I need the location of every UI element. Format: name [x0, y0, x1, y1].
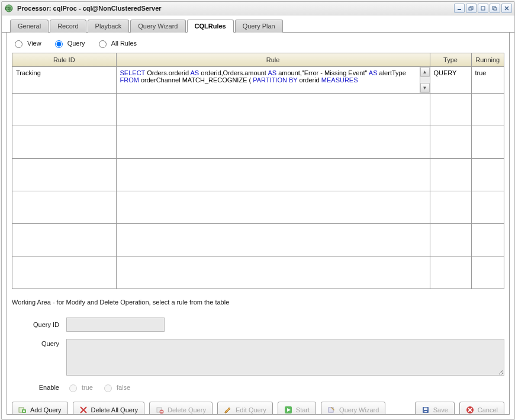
tab-general[interactable]: General: [10, 20, 49, 33]
table-row[interactable]: [12, 224, 504, 257]
rules-table: Rule ID Rule Type Running TrackingSELECT…: [12, 53, 504, 288]
filter-view[interactable]: View: [12, 39, 41, 48]
delete-query-button[interactable]: Delete Query: [149, 402, 213, 415]
working-area-hint: Working Area - for Modify and Delete Ope…: [12, 299, 504, 306]
empty-cell: [12, 224, 116, 257]
filter-all-rules-radio[interactable]: [99, 40, 107, 48]
scroll-up-icon[interactable]: ▲: [420, 67, 430, 77]
edit-icon: [224, 406, 232, 414]
empty-cell: [430, 126, 471, 159]
tab-strip: General Record Playback Query Wizard CQL…: [2, 15, 514, 33]
empty-cell: [471, 126, 504, 159]
cancel-icon: [466, 406, 474, 414]
rule-cell-scrollbar[interactable]: ▲▼: [420, 67, 430, 93]
query-textarea[interactable]: [66, 339, 504, 376]
filter-query[interactable]: Query: [52, 39, 85, 48]
edit-query-button[interactable]: Edit Query: [217, 402, 273, 415]
filter-all-rules-label: All Rules: [111, 40, 137, 47]
svg-rect-18: [160, 411, 163, 412]
empty-cell: [12, 159, 116, 191]
start-button[interactable]: Start: [278, 402, 316, 415]
svg-rect-5: [481, 7, 485, 10]
table-row[interactable]: [12, 257, 504, 289]
empty-cell: [12, 126, 116, 159]
enable-false-label: false: [117, 384, 130, 391]
cell-running: true: [471, 67, 504, 94]
working-area: Working Area - for Modify and Delete Ope…: [7, 289, 509, 399]
enable-radio-group: true false: [66, 383, 130, 392]
restore-button[interactable]: [490, 4, 500, 13]
scroll-down-icon[interactable]: ▼: [420, 83, 430, 93]
enable-true-label: true: [82, 384, 93, 391]
col-rule[interactable]: Rule: [116, 53, 430, 67]
svg-rect-4: [469, 8, 472, 10]
enable-true-radio[interactable]: [69, 384, 77, 392]
tab-content: View Query All Rules Rule ID Rule Type: [7, 33, 510, 415]
empty-cell: [471, 224, 504, 257]
empty-cell: [430, 159, 471, 191]
close-button[interactable]: [501, 4, 512, 13]
query-label: Query: [12, 339, 66, 347]
enable-true[interactable]: true: [66, 383, 93, 392]
cell-rule: SELECT Orders.orderid AS orderid,Orders.…: [116, 67, 430, 94]
action-toolbar: Add Query Delete All Query Delete Query …: [7, 399, 509, 415]
restore-down-button[interactable]: [466, 4, 477, 13]
cell-rule-id: Tracking: [12, 67, 116, 94]
query-wizard-label: Query Wizard: [339, 406, 379, 413]
svg-rect-2: [458, 9, 461, 10]
delete-all-query-button[interactable]: Delete All Query: [73, 402, 144, 415]
table-row[interactable]: [12, 126, 504, 159]
filter-query-radio[interactable]: [55, 40, 63, 48]
tab-query-wizard[interactable]: Query Wizard: [130, 20, 185, 33]
start-icon: [284, 406, 292, 414]
table-row[interactable]: [12, 159, 504, 191]
col-rule-id[interactable]: Rule ID: [12, 53, 116, 67]
table-row[interactable]: [12, 94, 504, 126]
empty-cell: [471, 257, 504, 289]
empty-cell: [116, 224, 430, 257]
delete-all-icon: [79, 406, 88, 414]
empty-cell: [116, 257, 430, 289]
rules-table-container: Rule ID Rule Type Running TrackingSELECT…: [12, 53, 504, 289]
svg-text:CQL: CQL: [5, 7, 13, 11]
tab-cqlrules[interactable]: CQLRules: [187, 20, 234, 33]
empty-cell: [430, 191, 471, 224]
cancel-label: Cancel: [478, 406, 498, 413]
add-query-button[interactable]: Add Query: [12, 402, 68, 415]
svg-rect-23: [424, 408, 427, 410]
save-label: Save: [433, 406, 448, 413]
svg-rect-13: [24, 410, 24, 412]
tab-playback[interactable]: Playback: [88, 20, 130, 33]
tab-record[interactable]: Record: [50, 20, 86, 33]
query-wizard-button[interactable]: Query Wizard: [321, 402, 385, 415]
empty-cell: [116, 94, 430, 126]
empty-cell: [430, 257, 471, 289]
processor-window: CQL Processor: cqlProc - cql@NonClustere…: [1, 1, 515, 420]
filter-view-radio[interactable]: [15, 40, 22, 48]
save-icon: [421, 406, 430, 414]
empty-cell: [471, 191, 504, 224]
edit-query-label: Edit Query: [236, 406, 266, 413]
query-id-input[interactable]: [66, 318, 165, 332]
empty-cell: [116, 126, 430, 159]
maximize-button[interactable]: [478, 4, 488, 13]
minimize-button[interactable]: [454, 4, 465, 13]
enable-false-radio[interactable]: [104, 384, 112, 392]
query-id-label: Query ID: [12, 321, 66, 328]
svg-rect-24: [424, 411, 427, 412]
table-row[interactable]: TrackingSELECT Orders.orderid AS orderid…: [12, 67, 504, 94]
delete-icon: [156, 406, 164, 414]
enable-false[interactable]: false: [101, 383, 130, 392]
table-row[interactable]: [12, 191, 504, 224]
col-running[interactable]: Running: [471, 53, 504, 67]
save-button[interactable]: Save: [415, 402, 455, 415]
enable-label: Enable: [12, 384, 66, 391]
cancel-button[interactable]: Cancel: [459, 402, 504, 415]
empty-cell: [12, 94, 116, 126]
tab-query-plan[interactable]: Query Plan: [235, 20, 283, 33]
start-label: Start: [296, 406, 310, 413]
empty-cell: [471, 94, 504, 126]
filter-all-rules[interactable]: All Rules: [96, 39, 137, 48]
col-type[interactable]: Type: [430, 53, 471, 67]
add-query-label: Add Query: [30, 406, 62, 413]
